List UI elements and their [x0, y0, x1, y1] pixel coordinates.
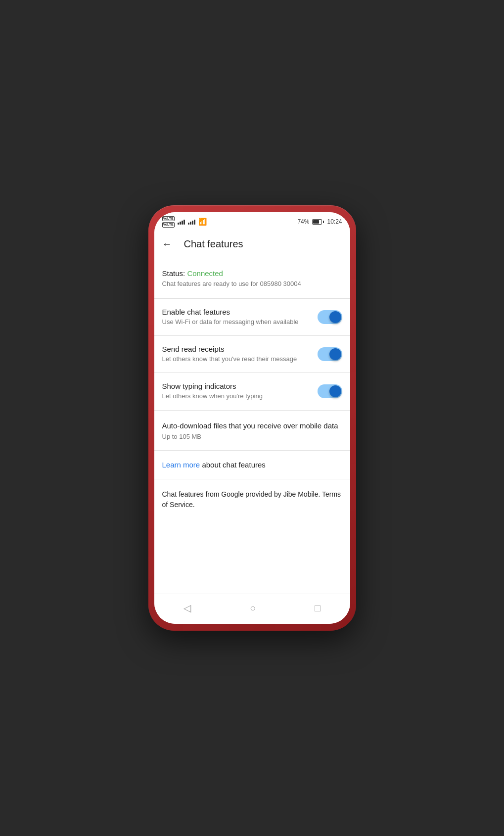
app-bar: ← Chat features — [154, 230, 350, 259]
footer-text: Chat features from Google provided by Ji… — [162, 489, 342, 510]
enable-chat-toggle[interactable] — [318, 310, 342, 324]
status-right-icons: 74% 10:24 — [297, 218, 342, 225]
nav-recent-button[interactable]: □ — [305, 601, 330, 616]
battery-percentage: 74% — [297, 218, 309, 225]
nav-home-button[interactable]: ○ — [240, 601, 266, 616]
learn-more-link[interactable]: Learn more — [162, 461, 200, 469]
wifi-icon: 📶 — [198, 218, 207, 226]
learn-more-section: Learn more about chat features — [154, 451, 350, 479]
signal-strength-2 — [188, 219, 195, 225]
enable-chat-row[interactable]: Enable chat features Use Wi-Fi or data f… — [154, 299, 350, 336]
read-receipts-row[interactable]: Send read receipts Let others know that … — [154, 336, 350, 373]
phone-frame: VoLTE VoLTE 📶 74% — [148, 205, 356, 631]
status-label: Status: Connected — [162, 269, 342, 278]
read-receipts-title: Send read receipts — [162, 345, 310, 353]
connection-status: Connected — [187, 269, 223, 278]
status-bar: VoLTE VoLTE 📶 74% — [154, 212, 350, 230]
battery-icon — [312, 219, 324, 225]
signal-strength-1 — [178, 219, 185, 225]
auto-download-desc: Up to 105 MB — [162, 433, 342, 440]
typing-indicators-toggle[interactable] — [318, 384, 342, 398]
read-receipts-toggle[interactable] — [318, 347, 342, 361]
status-left-icons: VoLTE VoLTE 📶 — [162, 216, 207, 228]
nav-bar: ◁ ○ □ — [154, 594, 350, 624]
enable-chat-desc: Use Wi-Fi or data for messaging when ava… — [162, 318, 310, 326]
status-section: Status: Connected Chat features are read… — [154, 259, 350, 299]
footer-section: Chat features from Google provided by Ji… — [154, 479, 350, 525]
status-description: Chat features are ready to use for 08598… — [162, 279, 342, 288]
page-title: Chat features — [184, 238, 243, 250]
phone-screen: VoLTE VoLTE 📶 74% — [154, 212, 350, 624]
nav-back-button[interactable]: ◁ — [174, 600, 201, 616]
learn-more-rest: about chat features — [200, 461, 266, 469]
read-receipts-desc: Let others know that you've read their m… — [162, 355, 310, 364]
back-button[interactable]: ← — [158, 235, 176, 253]
auto-download-title: Auto-download files that you receive ove… — [162, 420, 342, 431]
auto-download-row[interactable]: Auto-download files that you receive ove… — [154, 411, 350, 451]
back-arrow-icon: ← — [162, 238, 172, 250]
learn-more-text: Learn more about chat features — [162, 461, 342, 469]
typing-indicators-desc: Let others know when you're typing — [162, 392, 310, 401]
enable-chat-title: Enable chat features — [162, 308, 310, 316]
volte-icon: VoLTE VoLTE — [162, 216, 175, 228]
clock: 10:24 — [327, 218, 342, 225]
settings-content: Status: Connected Chat features are read… — [154, 259, 350, 594]
typing-indicators-title: Show typing indicators — [162, 382, 310, 390]
typing-indicators-row[interactable]: Show typing indicators Let others know w… — [154, 373, 350, 410]
